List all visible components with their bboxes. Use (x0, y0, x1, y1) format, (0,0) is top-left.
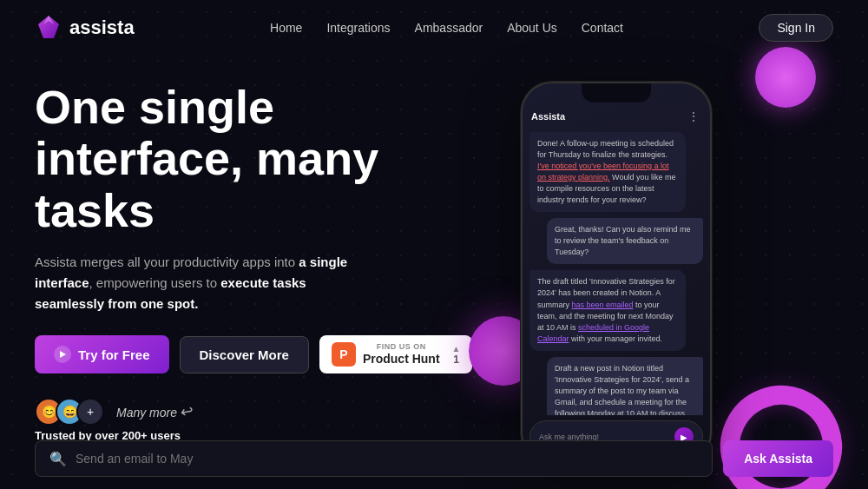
nav-ambassador[interactable]: Ambassador (415, 21, 483, 35)
avatars: 😊 😄 + (35, 398, 108, 426)
logo-text: assista (69, 17, 135, 39)
ph-count: ▲ 1 (452, 344, 461, 366)
phone-header-title: Assista (531, 111, 565, 122)
nav-about[interactable]: About Us (507, 21, 557, 35)
nav-links: Home Integrations Ambassador About Us Co… (270, 21, 623, 35)
product-hunt-button[interactable]: P FIND US ON Product Hunt ▲ 1 (319, 335, 473, 373)
hero-section: One single interface, many tasks Assista… (0, 56, 868, 489)
search-icon: 🔍 (49, 451, 67, 467)
phone-screen: Assista ⋮ Done! A follow-up meeting is s… (523, 102, 710, 462)
phone-mockup: Assista ⋮ Done! A follow-up meeting is s… (521, 82, 712, 464)
chat-bubble-user-1: Great, thanks! Can you also remind me to… (547, 218, 703, 264)
avatar-plus: + (76, 398, 104, 426)
sign-in-button[interactable]: Sign In (759, 14, 833, 42)
hero-left: One single interface, many tasks Assista… (35, 73, 486, 442)
logo[interactable]: assista (35, 14, 135, 42)
chat-bubble-user-2: Draft a new post in Notion titled 'Innov… (547, 357, 703, 415)
search-section: 🔍 Ask Assista (35, 440, 833, 477)
many-more-arrow: ↩ (180, 401, 196, 422)
nav-home[interactable]: Home (270, 21, 302, 35)
hero-description: Assista merges all your productivity app… (35, 252, 365, 314)
try-free-button[interactable]: Try for Free (35, 335, 169, 373)
discover-more-button[interactable]: Discover More (180, 336, 309, 373)
blob-top-right (755, 47, 816, 108)
ask-assista-button[interactable]: Ask Assista (723, 440, 833, 477)
nav-contact[interactable]: Contact (582, 21, 623, 35)
navbar: assista Home Integrations Ambassador Abo… (0, 0, 868, 56)
hero-buttons: Try for Free Discover More P FIND US ON … (35, 335, 486, 373)
chat-bubble-ai-1: Done! A follow-up meeting is scheduled f… (529, 132, 686, 212)
phone-menu-dots: ⋮ (687, 109, 701, 123)
users-row: 😊 😄 + Many more ↩ (35, 398, 486, 426)
search-input[interactable] (76, 441, 698, 476)
try-btn-icon (54, 346, 71, 363)
hero-right: Assista ⋮ Done! A follow-up meeting is s… (486, 73, 833, 489)
logo-icon (35, 14, 62, 42)
search-input-wrap: 🔍 (35, 440, 713, 477)
many-more-label: Many more (116, 406, 177, 420)
hero-title: One single interface, many tasks (35, 82, 486, 236)
chat-bubble-ai-2: The draft titled 'Innovative Strategies … (529, 270, 686, 350)
ph-logo: P (332, 342, 356, 367)
many-more-wrap: Many more ↩ (116, 402, 194, 421)
ph-text-wrap: FIND US ON Product Hunt (363, 342, 440, 367)
nav-integrations[interactable]: Integrations (326, 21, 390, 35)
phone-header: Assista ⋮ (529, 106, 703, 127)
phone-notch (582, 83, 651, 102)
phone-chat: Done! A follow-up meeting is scheduled f… (529, 132, 703, 415)
svg-marker-2 (60, 351, 66, 358)
